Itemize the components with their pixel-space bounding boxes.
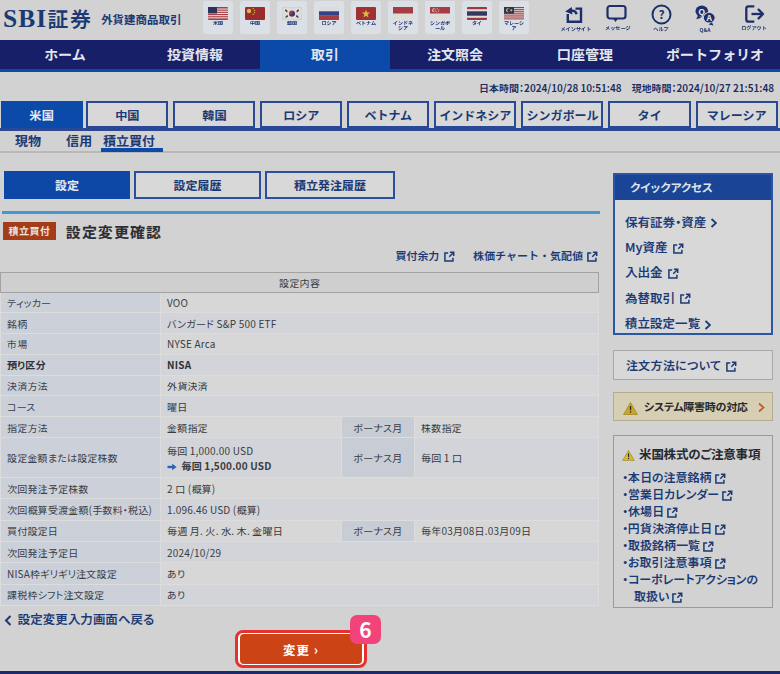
svg-text:A: A (705, 11, 712, 23)
svg-text:?: ? (658, 5, 664, 22)
